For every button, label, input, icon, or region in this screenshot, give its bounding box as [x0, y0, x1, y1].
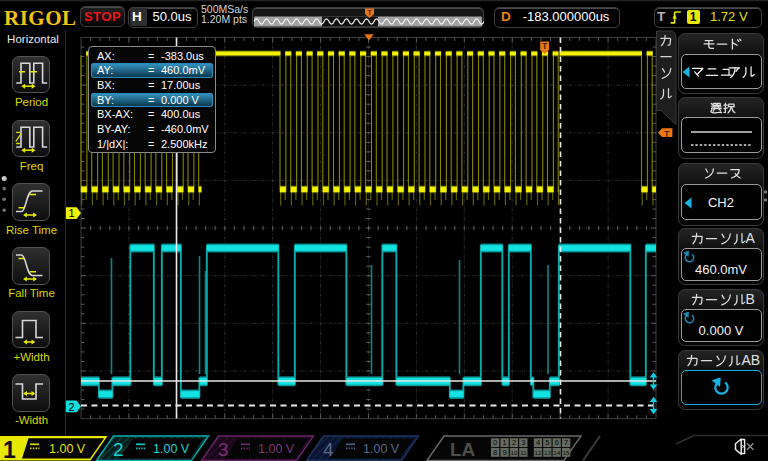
svg-text:1.00 V: 1.00 V — [153, 442, 190, 456]
svg-text:1: 1 — [502, 438, 506, 447]
svg-text:1: 1 — [3, 437, 16, 461]
svg-text:T: T — [542, 41, 548, 51]
svg-text:0: 0 — [493, 438, 497, 447]
svg-text:6: 6 — [555, 438, 559, 447]
svg-text:14: 14 — [553, 449, 560, 456]
svg-text:10: 10 — [511, 449, 518, 456]
svg-text:2: 2 — [512, 438, 516, 447]
svg-text:13: 13 — [544, 449, 551, 456]
svg-text:4: 4 — [323, 439, 334, 460]
svg-text:2: 2 — [113, 439, 124, 460]
svg-text:1.00 V: 1.00 V — [363, 442, 400, 456]
svg-text:4: 4 — [536, 438, 540, 447]
svg-text:T: T — [664, 129, 670, 139]
svg-text:15: 15 — [563, 449, 570, 456]
svg-text:3: 3 — [521, 438, 525, 447]
svg-text:9: 9 — [502, 448, 506, 457]
svg-text:2: 2 — [68, 401, 74, 413]
svg-text:1.00 V: 1.00 V — [49, 442, 86, 456]
svg-text:11: 11 — [520, 449, 527, 456]
svg-text:1.00 V: 1.00 V — [258, 442, 295, 456]
svg-text:LA: LA — [450, 439, 476, 460]
svg-text:7: 7 — [564, 438, 568, 447]
svg-text:12: 12 — [535, 449, 542, 456]
svg-text:8: 8 — [493, 448, 497, 457]
svg-text:T: T — [367, 8, 372, 17]
svg-text:1: 1 — [68, 207, 74, 219]
svg-text:3: 3 — [218, 439, 229, 460]
svg-text:5: 5 — [545, 438, 549, 447]
